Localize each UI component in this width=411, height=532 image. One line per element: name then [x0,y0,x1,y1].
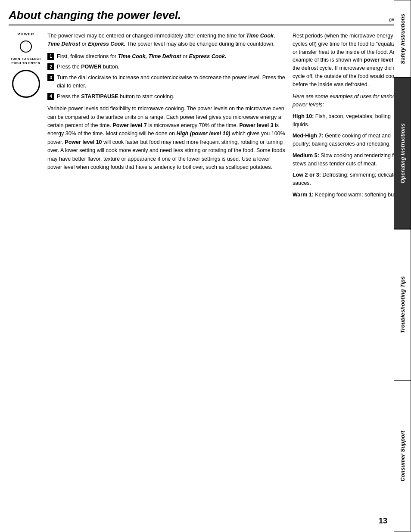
step-2-number: 2 [47,63,54,70]
rest-periods-text: Rest periods (when the microwave energy … [293,32,405,88]
step-3: 3 Turn the dial clockwise to increase an… [47,74,286,90]
page-number: 13 [379,516,387,526]
tab-consumer-support[interactable]: Consumer Support [394,380,411,532]
power-label: POWER [17,32,34,36]
page-container: About changing the power level. ge.com P… [0,0,411,532]
icon-section: POWER TURN TO SELECT PUSH TO ENTER [9,32,43,202]
main-content: About changing the power level. ge.com P… [0,0,411,532]
step-4-number: 4 [47,93,54,100]
tab-operating-instructions[interactable]: Operating Instructions [394,78,411,229]
turn-select-label: TURN TO SELECT PUSH TO ENTER [10,57,41,65]
tab-troubleshooting-tips[interactable]: Troubleshooting Tips [394,229,411,381]
content-body: POWER TURN TO SELECT PUSH TO ENTER The p… [9,32,405,202]
step-3-text: Turn the dial clockwise to increase and … [57,74,286,90]
left-panel: POWER TURN TO SELECT PUSH TO ENTER The p… [9,32,286,202]
power-circle-large [12,70,40,98]
power-circle-small [20,40,32,53]
page-title: About changing the power level. [9,9,181,22]
step-2-text: Press the POWER button. [57,63,286,71]
step-4: 4 Press the START/PAUSE button to start … [47,93,286,101]
intro-text: The power level may be entered or change… [47,32,286,48]
body-text: Variable power levels add flexibility to… [47,105,286,171]
example-low-2-3: Low 2 or 3: Defrosting; simmering; delic… [293,171,405,187]
example-med-high-7: Med-High 7: Gentle cooking of meat and p… [293,132,405,148]
instructions-section: The power level may be entered or change… [47,32,286,202]
page-title-bar: About changing the power level. ge.com [9,9,405,25]
step-2: 2 Press the POWER button. [47,63,286,71]
step-1-number: 1 [47,53,54,60]
step-3-number: 3 [47,74,54,81]
step-1-text: First, follow directions for Time Cook, … [57,53,286,61]
example-warm-1: Warm 1: Keeping food warm; softening but… [293,191,405,199]
example-medium-5: Medium 5: Slow cooking and tenderizing f… [293,152,405,168]
right-column: Rest periods (when the microwave energy … [293,32,405,202]
tab-safety-instructions[interactable]: Safety Instructions [394,0,411,78]
examples-intro: Here are some examples of uses for vario… [293,93,405,109]
side-tabs: Safety Instructions Operating Instructio… [394,0,411,532]
step-1: 1 First, follow directions for Time Cook… [47,53,286,61]
example-high-10: High 10: Fish, bacon, vegetables, boilin… [293,112,405,129]
step-4-text: Press the START/PAUSE button to start co… [57,93,286,101]
